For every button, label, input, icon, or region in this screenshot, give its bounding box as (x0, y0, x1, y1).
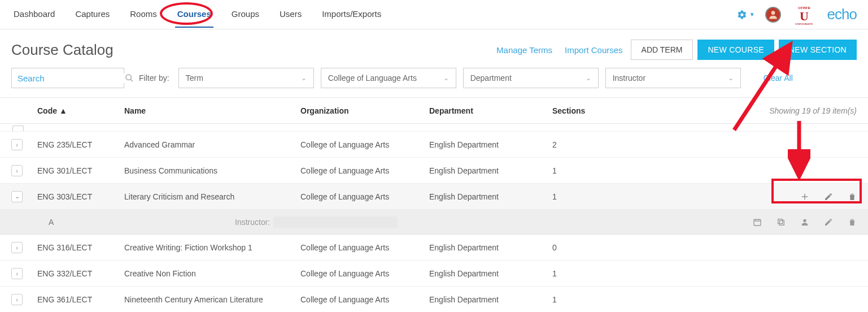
search-box[interactable] (11, 68, 124, 88)
cell-name: Creative Non Fiction (124, 269, 300, 278)
filter-department-value: Department (470, 73, 512, 83)
settings-menu[interactable]: ▼ (737, 10, 755, 20)
cell-code: ENG 361/LECT (37, 295, 124, 304)
cell-department: English Department (429, 192, 552, 201)
svg-point-14 (803, 219, 806, 222)
filter-instructor-value: Instructor (613, 73, 645, 83)
cell-sections: 0 (552, 243, 654, 252)
cell-department: English Department (429, 140, 552, 149)
user-avatar[interactable] (765, 7, 781, 23)
cell-department: English Department (429, 269, 552, 278)
add-section-icon[interactable] (800, 192, 809, 201)
edit-icon[interactable] (824, 218, 833, 227)
cell-sections: 1 (552, 166, 654, 175)
top-nav: Dashboard Captures Rooms Courses Groups … (0, 0, 868, 29)
table-header: Code ▲ Name Organization Department Sect… (0, 98, 868, 124)
org-badge[interactable]: OTHER U UNIVERSITY (791, 3, 817, 26)
title-bar: Course Catalog Manage Terms Import Cours… (0, 29, 868, 68)
expand-toggle[interactable]: › (11, 165, 23, 176)
expand-toggle[interactable]: › (11, 294, 23, 305)
tab-users[interactable]: Users (277, 1, 304, 28)
svg-text:UNIVERSITY: UNIVERSITY (795, 23, 813, 25)
new-section-button[interactable]: NEW SECTION (779, 40, 857, 60)
delete-icon[interactable] (848, 218, 857, 227)
chevron-down-icon: ⌄ (301, 74, 307, 82)
sort-asc-icon: ▲ (59, 106, 67, 115)
partial-row-stub (0, 124, 868, 132)
expand-toggle[interactable]: › (11, 268, 23, 279)
filter-instructor-select[interactable]: Instructor ⌄ (605, 68, 741, 88)
tab-groups[interactable]: Groups (229, 1, 261, 28)
row-actions (654, 192, 857, 201)
filter-by-label: Filter by: (139, 73, 169, 83)
delete-icon[interactable] (848, 192, 857, 201)
table-row: › ENG 235/LECT Advanced Grammar College … (0, 132, 868, 158)
tab-captures[interactable]: Captures (73, 1, 112, 28)
svg-line-5 (130, 79, 133, 81)
cell-organization: College of Language Arts (300, 166, 429, 175)
col-header-organization[interactable]: Organization (300, 106, 429, 115)
col-header-sections[interactable]: Sections (552, 106, 654, 115)
col-header-code[interactable]: Code ▲ (37, 106, 124, 115)
nav-tabs: Dashboard Captures Rooms Courses Groups … (11, 1, 383, 28)
cell-name: Nineteenth Century American Literature (124, 295, 300, 304)
cell-sections: 1 (552, 295, 654, 304)
clear-all-link[interactable]: Clear All (764, 73, 793, 83)
course-rows: › ENG 235/LECT Advanced Grammar College … (0, 124, 868, 312)
tab-dashboard[interactable]: Dashboard (11, 1, 57, 28)
copy-icon[interactable] (777, 218, 786, 227)
expand-toggle[interactable]: ⌄ (11, 191, 23, 202)
new-course-button[interactable]: NEW COURSE (697, 40, 774, 60)
filter-bar: Filter by: Term ⌄ College of Language Ar… (0, 68, 868, 98)
edit-icon[interactable] (824, 192, 833, 201)
cell-sections: 2 (552, 140, 654, 149)
table-row: ⌄ ENG 303/LECT Literary Criticism and Re… (0, 184, 868, 210)
filter-department-select[interactable]: Department ⌄ (463, 68, 599, 88)
tab-rooms[interactable]: Rooms (128, 1, 159, 28)
cell-organization: College of Language Arts (300, 295, 429, 304)
cell-name: Literary Criticism and Research (124, 192, 300, 201)
svg-point-4 (126, 75, 131, 80)
svg-point-0 (771, 11, 775, 15)
showing-count: Showing 19 of 19 item(s) (654, 106, 857, 115)
search-input[interactable] (18, 73, 125, 83)
tab-imports-exports[interactable]: Imports/Exports (320, 1, 383, 28)
table-row: › ENG 332/LECT Creative Non Fiction Coll… (0, 261, 868, 287)
chevron-down-icon: ⌄ (586, 74, 591, 82)
cell-name: Business Communications (124, 166, 300, 175)
chevron-down-icon: ⌄ (443, 74, 449, 82)
app-logo: echo (827, 6, 857, 23)
expand-toggle[interactable]: › (11, 139, 23, 150)
manage-terms-link[interactable]: Manage Terms (496, 45, 552, 55)
calendar-icon[interactable] (753, 218, 762, 227)
filter-organization-select[interactable]: College of Language Arts ⌄ (321, 68, 456, 88)
cell-code: ENG 235/LECT (37, 140, 124, 149)
section-label: A (49, 218, 235, 227)
import-courses-link[interactable]: Import Courses (565, 45, 623, 55)
cell-organization: College of Language Arts (300, 269, 429, 278)
cell-code: ENG 332/LECT (37, 269, 124, 278)
table-row: › ENG 361/LECT Nineteenth Century Americ… (0, 287, 868, 312)
expand-toggle[interactable]: › (11, 242, 23, 253)
svg-rect-8 (754, 219, 761, 226)
instructor-value (273, 216, 398, 228)
cell-code: ENG 301/LECT (37, 166, 124, 175)
col-header-name[interactable]: Name (124, 106, 300, 115)
chevron-down-icon: ⌄ (728, 74, 734, 82)
col-header-department[interactable]: Department (429, 106, 552, 115)
cell-name: Creative Writing: Fiction Workshop 1 (124, 243, 300, 252)
cell-department: English Department (429, 166, 552, 175)
svg-text:U: U (800, 9, 809, 23)
filter-organization-value: College of Language Arts (328, 73, 417, 83)
nav-right: ▼ OTHER U UNIVERSITY echo (737, 3, 857, 26)
cell-department: English Department (429, 243, 552, 252)
tab-courses[interactable]: Courses (175, 1, 213, 28)
person-icon[interactable] (800, 218, 809, 227)
add-term-button[interactable]: ADD TERM (631, 40, 693, 60)
cell-organization: College of Language Arts (300, 192, 429, 201)
svg-rect-12 (779, 220, 784, 225)
table-row: › ENG 316/LECT Creative Writing: Fiction… (0, 235, 868, 261)
filter-term-select[interactable]: Term ⌄ (178, 68, 314, 88)
instructor-label: Instructor: (235, 218, 270, 227)
cell-sections: 1 (552, 269, 654, 278)
